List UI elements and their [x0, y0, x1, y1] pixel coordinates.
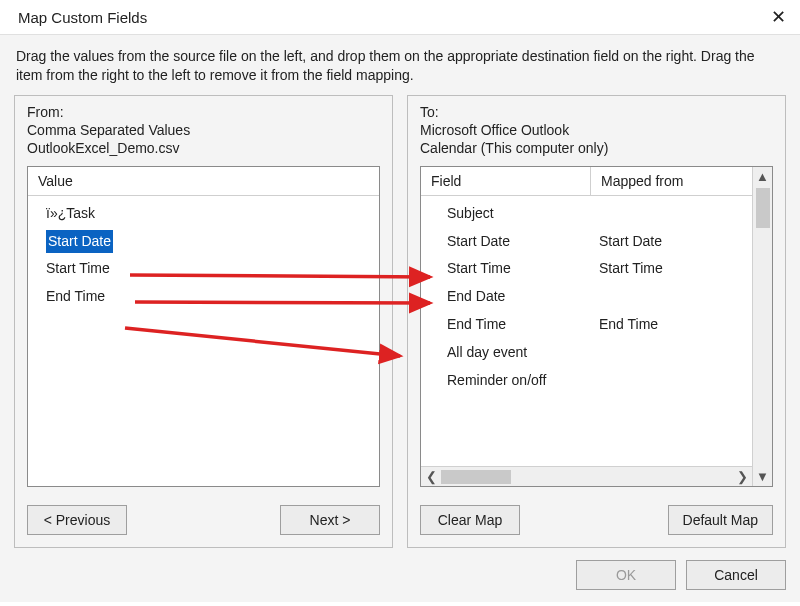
to-item-mapped: Start Date: [599, 230, 742, 254]
scroll-left-icon[interactable]: ❮: [421, 467, 441, 486]
to-item-field: Reminder on/off: [439, 369, 599, 393]
to-item-field: End Time: [439, 313, 599, 337]
from-source-type: Comma Separated Values: [27, 122, 380, 138]
scroll-up-icon[interactable]: ▲: [756, 167, 770, 186]
to-panel: To: Microsoft Office Outlook Calendar (T…: [407, 95, 786, 548]
from-item-label: ï»¿Task: [46, 202, 95, 226]
to-list-header: Field Mapped from: [421, 167, 752, 196]
from-list-item[interactable]: End Time: [28, 283, 379, 311]
dialog-body: Drag the values from the source file on …: [0, 34, 800, 602]
to-list-item[interactable]: Subject: [421, 200, 752, 228]
from-item-label: Start Time: [46, 257, 110, 281]
from-list-item[interactable]: ï»¿Task: [28, 200, 379, 228]
to-header-field: Field: [421, 167, 591, 195]
to-list-item[interactable]: Start DateStart Date: [421, 228, 752, 256]
from-item-label: End Time: [46, 285, 105, 309]
next-button[interactable]: Next >: [280, 505, 380, 535]
dialog-title: Map Custom Fields: [18, 9, 147, 26]
to-folder: Calendar (This computer only): [420, 140, 773, 156]
from-list-item[interactable]: Start Date: [28, 228, 379, 256]
from-panel: From: Comma Separated Values OutlookExce…: [14, 95, 393, 548]
to-item-field: All day event: [439, 341, 599, 365]
to-list-item[interactable]: Reminder on/off: [421, 367, 752, 395]
from-item-label: Start Date: [46, 230, 113, 254]
panels: From: Comma Separated Values OutlookExce…: [14, 95, 786, 548]
vscroll-thumb[interactable]: [756, 188, 770, 228]
to-list-item[interactable]: End TimeEnd Time: [421, 311, 752, 339]
from-list-item[interactable]: Start Time: [28, 255, 379, 283]
previous-button[interactable]: < Previous: [27, 505, 127, 535]
to-listbox[interactable]: Field Mapped from SubjectStart DateStart…: [420, 166, 773, 487]
from-listbox[interactable]: Value ï»¿TaskStart DateStart TimeEnd Tim…: [27, 166, 380, 487]
to-item-mapped: Start Time: [599, 257, 742, 281]
to-list-item[interactable]: Start TimeStart Time: [421, 255, 752, 283]
from-list-header: Value: [28, 167, 379, 196]
from-label: From:: [27, 104, 380, 120]
to-item-field: End Date: [439, 285, 599, 309]
to-item-field: Subject: [439, 202, 599, 226]
title-bar: Map Custom Fields ✕: [0, 0, 800, 34]
to-panel-buttons: Clear Map Default Map: [420, 505, 773, 535]
horizontal-scrollbar[interactable]: ❮ ❯: [421, 466, 752, 486]
ok-button[interactable]: OK: [576, 560, 676, 590]
to-label: To:: [420, 104, 773, 120]
to-item-mapped: End Time: [599, 313, 742, 337]
to-item-field: Start Date: [439, 230, 599, 254]
instructions-text: Drag the values from the source file on …: [16, 47, 784, 85]
to-target-app: Microsoft Office Outlook: [420, 122, 773, 138]
clear-map-button[interactable]: Clear Map: [420, 505, 520, 535]
to-list-item[interactable]: All day event: [421, 339, 752, 367]
to-list-rows: SubjectStart DateStart DateStart TimeSta…: [421, 196, 752, 466]
cancel-button[interactable]: Cancel: [686, 560, 786, 590]
default-map-button[interactable]: Default Map: [668, 505, 773, 535]
to-item-field: Start Time: [439, 257, 599, 281]
hscroll-thumb[interactable]: [441, 470, 511, 484]
dialog-footer: OK Cancel: [14, 560, 786, 590]
from-filename: OutlookExcel_Demo.csv: [27, 140, 380, 156]
close-icon[interactable]: ✕: [771, 8, 786, 26]
scroll-down-icon[interactable]: ▼: [753, 467, 772, 486]
scroll-right-icon[interactable]: ❯: [732, 467, 752, 486]
from-panel-buttons: < Previous Next >: [27, 505, 380, 535]
to-list-item[interactable]: End Date: [421, 283, 752, 311]
vertical-scrollbar[interactable]: ▲ ▼: [752, 167, 772, 486]
from-header-value: Value: [28, 167, 379, 195]
to-header-mapped: Mapped from: [591, 167, 752, 195]
from-list-rows: ï»¿TaskStart DateStart TimeEnd Time: [28, 196, 379, 486]
